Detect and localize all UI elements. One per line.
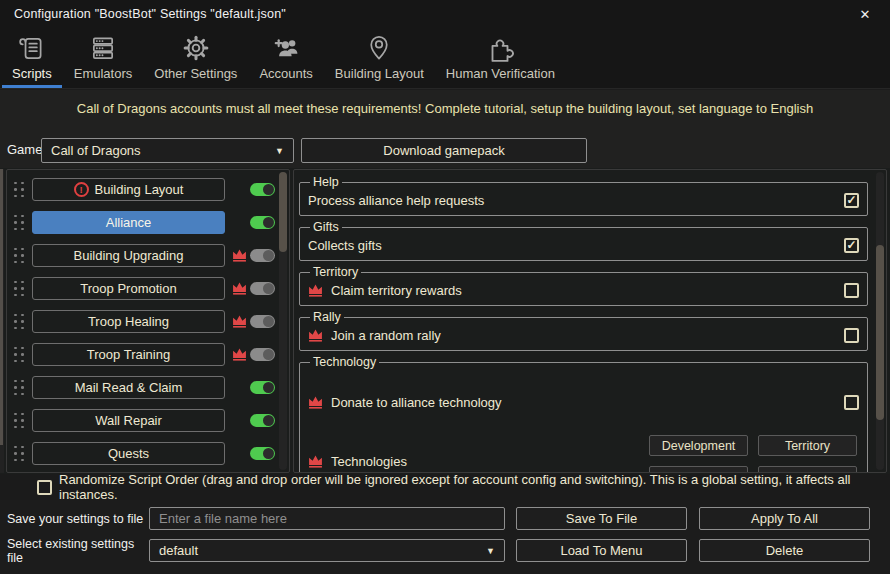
filename-input[interactable] bbox=[149, 507, 505, 530]
script-button-alliance[interactable]: Alliance bbox=[32, 211, 225, 234]
script-row-building-upgrading: Building Upgrading bbox=[7, 239, 289, 272]
tab-other-settings[interactable]: Other Settings bbox=[143, 27, 248, 88]
drag-handle-icon[interactable] bbox=[12, 446, 26, 462]
drag-handle-icon[interactable] bbox=[12, 215, 26, 231]
script-button-building-layout[interactable]: ! Building Layout bbox=[32, 178, 225, 201]
tab-building-layout[interactable]: Building Layout bbox=[324, 27, 435, 88]
premium-crown-icon bbox=[308, 455, 323, 468]
tab-accounts[interactable]: Accounts bbox=[248, 27, 323, 88]
tab-label: Accounts bbox=[259, 66, 312, 81]
warning-badge-icon: ! bbox=[74, 182, 89, 197]
group-title: Gifts bbox=[310, 220, 342, 234]
group-title: Technology bbox=[310, 355, 379, 369]
technologies-button-grid: Development Territory Battle Behemoth bbox=[649, 435, 857, 473]
toggle-building-layout[interactable] bbox=[250, 183, 275, 196]
tech-territory-button[interactable]: Territory bbox=[758, 435, 857, 456]
toggle-troop-healing[interactable] bbox=[250, 315, 275, 328]
premium-crown-icon bbox=[231, 282, 248, 295]
premium-crown-icon bbox=[231, 348, 248, 361]
drag-handle-icon[interactable] bbox=[12, 380, 26, 396]
group-help: Help Process alliance help requests bbox=[299, 175, 868, 216]
script-button-troop-healing[interactable]: Troop Healing bbox=[32, 310, 225, 333]
tech-development-button[interactable]: Development bbox=[649, 435, 748, 456]
script-button-building-upgrading[interactable]: Building Upgrading bbox=[32, 244, 225, 267]
script-button-troop-training[interactable]: Troop Training bbox=[32, 343, 225, 366]
tab-label: Building Layout bbox=[335, 66, 424, 81]
requirements-warning: Call of Dragons accounts must all meet t… bbox=[0, 90, 890, 116]
gear-icon bbox=[181, 31, 211, 64]
delete-button[interactable]: Delete bbox=[699, 539, 870, 562]
script-button-mail-read-claim[interactable]: Mail Read & Claim bbox=[32, 376, 225, 399]
script-row-building-layout: ! Building Layout bbox=[7, 173, 289, 206]
toggle-troop-promotion[interactable] bbox=[250, 282, 275, 295]
script-button-quests[interactable]: Quests bbox=[32, 442, 225, 465]
checkbox-claim-territory-rewards[interactable] bbox=[844, 283, 859, 298]
setting-label: Technologies bbox=[331, 454, 407, 469]
group-title: Help bbox=[310, 175, 342, 189]
dropdown-arrow-icon: ▼ bbox=[275, 146, 284, 156]
script-row-troop-training: Troop Training bbox=[7, 338, 289, 371]
scroll-icon bbox=[18, 31, 46, 64]
premium-crown-icon bbox=[308, 396, 323, 409]
checkbox-collects-gifts[interactable] bbox=[844, 238, 859, 253]
script-row-wall-repair: Wall Repair bbox=[7, 404, 289, 437]
script-list-scrollbar[interactable] bbox=[279, 172, 287, 470]
left-edge-scrollbar[interactable] bbox=[0, 169, 4, 473]
scripts-main-area: ! Building Layout Alliance Building Upgr… bbox=[0, 168, 890, 474]
drag-handle-icon[interactable] bbox=[12, 182, 26, 198]
settings-file-select[interactable]: default ▼ bbox=[149, 539, 505, 562]
save-to-file-button[interactable]: Save To File bbox=[516, 507, 687, 530]
tab-label: Human Verification bbox=[446, 66, 555, 81]
tab-human-verification[interactable]: Human Verification bbox=[435, 27, 566, 88]
premium-crown-icon bbox=[231, 249, 248, 262]
toggle-troop-training[interactable] bbox=[250, 348, 275, 361]
load-settings-label: Select existing settings file bbox=[0, 537, 149, 565]
emulators-icon bbox=[88, 31, 118, 64]
game-select-value: Call of Dragons bbox=[51, 143, 141, 158]
toggle-quests[interactable] bbox=[250, 447, 275, 460]
randomize-checkbox[interactable] bbox=[37, 480, 52, 495]
drag-handle-icon[interactable] bbox=[12, 413, 26, 429]
tab-scripts[interactable]: Scripts bbox=[1, 27, 63, 88]
game-select[interactable]: Call of Dragons ▼ bbox=[41, 138, 294, 163]
toggle-building-upgrading[interactable] bbox=[250, 249, 275, 262]
download-gamepack-button[interactable]: Download gamepack bbox=[301, 138, 587, 163]
randomize-label: Randomize Script Order (drag and drop or… bbox=[59, 472, 890, 502]
window-title: Configuration "BoostBot" Settings "defau… bbox=[12, 7, 852, 21]
close-icon[interactable]: ✕ bbox=[852, 4, 878, 24]
toggle-alliance[interactable] bbox=[250, 216, 275, 229]
tab-emulators[interactable]: Emulators bbox=[63, 27, 144, 88]
drag-handle-icon[interactable] bbox=[12, 347, 26, 363]
setting-label: Claim territory rewards bbox=[331, 283, 462, 298]
dropdown-arrow-icon: ▼ bbox=[486, 546, 495, 556]
premium-crown-icon bbox=[308, 329, 323, 342]
apply-to-all-button[interactable]: Apply To All bbox=[699, 507, 870, 530]
checkbox-join-random-rally[interactable] bbox=[844, 328, 859, 343]
settings-panel-scrollbar[interactable] bbox=[876, 172, 884, 470]
drag-handle-icon[interactable] bbox=[12, 281, 26, 297]
setting-label: Donate to alliance technology bbox=[331, 395, 502, 410]
group-rally: Rally Join a random rally bbox=[299, 310, 868, 351]
script-row-quests: Quests bbox=[7, 437, 289, 470]
save-settings-label: Save your settings to file bbox=[0, 512, 149, 526]
drag-handle-icon[interactable] bbox=[12, 248, 26, 264]
checkbox-process-alliance-help[interactable] bbox=[844, 193, 859, 208]
load-to-menu-button[interactable]: Load To Menu bbox=[516, 539, 687, 562]
add-accounts-icon bbox=[271, 31, 301, 64]
toggle-wall-repair[interactable] bbox=[250, 414, 275, 427]
map-pin-icon bbox=[365, 31, 393, 64]
toggle-mail-read-claim[interactable] bbox=[250, 381, 275, 394]
script-row-mail-read-claim: Mail Read & Claim bbox=[7, 371, 289, 404]
save-settings-row: Save your settings to file Save To File … bbox=[0, 507, 890, 530]
checkbox-donate-alliance-technology[interactable] bbox=[844, 395, 859, 410]
group-title: Territory bbox=[310, 265, 361, 279]
script-row-troop-promotion: Troop Promotion bbox=[7, 272, 289, 305]
group-title: Rally bbox=[310, 310, 344, 324]
script-settings-panel: Help Process alliance help requests Gift… bbox=[293, 169, 887, 473]
drag-handle-icon[interactable] bbox=[12, 314, 26, 330]
group-gifts: Gifts Collects gifts bbox=[299, 220, 868, 261]
script-button-wall-repair[interactable]: Wall Repair bbox=[32, 409, 225, 432]
script-button-troop-promotion[interactable]: Troop Promotion bbox=[32, 277, 225, 300]
script-row-alliance: Alliance bbox=[7, 206, 289, 239]
tab-label: Scripts bbox=[12, 66, 52, 81]
